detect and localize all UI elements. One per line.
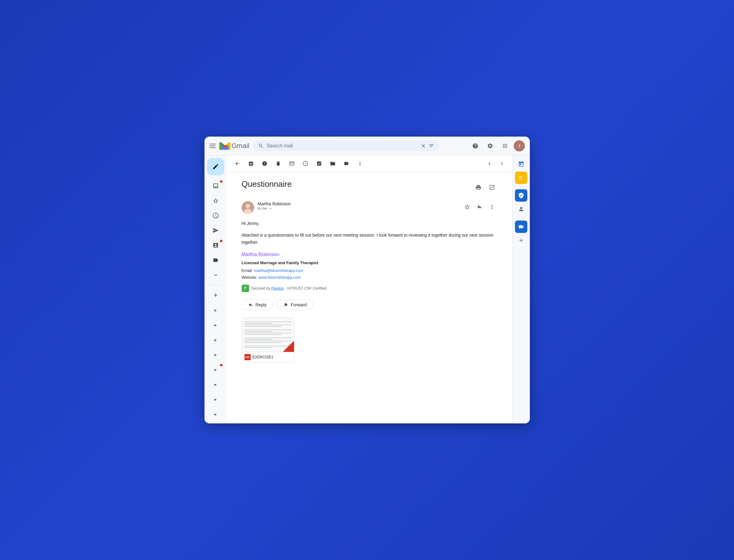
- sidebar-item-add[interactable]: [207, 288, 224, 302]
- sig-name: Martha Robinson: [242, 251, 498, 259]
- prev-email-button[interactable]: [484, 158, 495, 169]
- sidebar-item-tag2[interactable]: ▶: [207, 318, 224, 332]
- gmail-text: Gmail: [232, 142, 249, 150]
- settings-button[interactable]: [484, 140, 496, 152]
- topbar-actions: J: [469, 140, 525, 152]
- star-email-button[interactable]: [462, 201, 473, 212]
- paubox-badge: P Secured by Paubox - HITRUST CSF Certif…: [242, 285, 498, 292]
- sig-email-link[interactable]: martha@bloomtherapy.com: [254, 268, 303, 273]
- sig-title: Licensed Marriage and Family Therapist: [242, 260, 498, 266]
- move-to-button[interactable]: [327, 158, 338, 169]
- signature: Martha Robinson Licensed Marriage and Fa…: [242, 251, 498, 281]
- help-button[interactable]: [469, 140, 482, 152]
- sidebar-item-tag8[interactable]: ▶: [207, 407, 224, 421]
- right-panel: [513, 155, 530, 423]
- search-bar-icons: [421, 143, 434, 149]
- sender-name: Martha Robinson: [258, 201, 458, 206]
- sig-email: Email: martha@bloomtherapy.com: [242, 268, 498, 274]
- sender-avatar: [242, 201, 254, 214]
- email-header-actions: [462, 201, 498, 212]
- panel-contacts[interactable]: [515, 203, 527, 215]
- svg-point-1: [246, 204, 250, 208]
- sender-to[interactable]: to me: [258, 206, 458, 211]
- sidebar-item-tag4[interactable]: ▶: [207, 348, 224, 361]
- paubox-link[interactable]: Paubox: [271, 286, 284, 291]
- sidebar-item-more[interactable]: [207, 268, 224, 282]
- pdf-icon: PDF: [244, 354, 251, 360]
- sender-info: Martha Robinson to me: [258, 201, 458, 211]
- email-area: Questionnaire: [227, 155, 513, 423]
- sidebar-divider: [209, 285, 222, 285]
- mark-unread-button[interactable]: [286, 158, 297, 169]
- attachment-name: EXERCISE1: [252, 355, 273, 359]
- search-icon: [258, 143, 264, 149]
- open-in-new-button[interactable]: [487, 182, 498, 193]
- more-options-button[interactable]: [354, 158, 365, 169]
- sidebar-item-sent[interactable]: [207, 224, 224, 237]
- topbar: Gmail: [204, 137, 530, 155]
- attachment-preview: [242, 318, 294, 352]
- email-header: Martha Robinson to me: [242, 201, 498, 214]
- reply-quick-button[interactable]: [474, 201, 485, 212]
- email-body: Hi Jenny, Attached is a questionnaire to…: [242, 220, 498, 292]
- forward-button[interactable]: Forward: [277, 300, 313, 310]
- sidebar-item-tag5[interactable]: ▶: [207, 363, 224, 376]
- panel-divider1: [517, 186, 526, 187]
- reply-button[interactable]: Reply: [242, 300, 273, 310]
- reply-forward-buttons: Reply Forward: [242, 300, 498, 310]
- panel-add[interactable]: [515, 234, 527, 247]
- next-email-button[interactable]: [496, 158, 508, 169]
- clear-search-icon[interactable]: [421, 143, 426, 149]
- report-spam-button[interactable]: [259, 158, 270, 169]
- panel-calendar[interactable]: [515, 158, 527, 170]
- paubox-text: Secured by Paubox - HITRUST CSF Certifie…: [251, 286, 327, 291]
- greeting: Hi Jenny,: [242, 220, 498, 227]
- panel-tasks[interactable]: [515, 189, 527, 202]
- sidebar-item-tag6[interactable]: ▶: [207, 378, 224, 391]
- sidebar-item-tag1[interactable]: ▶: [207, 303, 224, 317]
- back-button[interactable]: [232, 158, 243, 169]
- print-button[interactable]: [473, 182, 484, 193]
- label-as-button[interactable]: [341, 158, 352, 169]
- archive-button[interactable]: [245, 158, 256, 169]
- filter-search-icon[interactable]: [429, 143, 434, 149]
- user-avatar[interactable]: J: [514, 140, 525, 151]
- panel-notes[interactable]: [515, 172, 527, 184]
- drafts-badge: [220, 240, 222, 242]
- sig-website: Website: www.bloomtherapy.com: [242, 274, 498, 281]
- sidebar-item-snoozed[interactable]: [207, 209, 224, 222]
- inbox-badge: [220, 180, 222, 183]
- email-subject: Questionnaire: [242, 179, 292, 189]
- snooze-button[interactable]: [300, 158, 311, 169]
- body-text: Attached is a questionnaire to fill out …: [242, 232, 498, 246]
- email-subject-row: Questionnaire: [242, 179, 498, 195]
- email-toolbar: [227, 155, 513, 172]
- menu-icon[interactable]: [209, 144, 216, 148]
- add-task-button[interactable]: [313, 158, 325, 169]
- compose-button[interactable]: [207, 158, 224, 175]
- sidebar-item-starred[interactable]: [207, 194, 224, 208]
- sidebar-item-drafts[interactable]: [207, 238, 224, 252]
- email-view: Questionnaire: [227, 172, 513, 423]
- sig-website-link[interactable]: www.bloomtherapy.com: [258, 275, 300, 280]
- sidebar-item-inbox[interactable]: [207, 179, 224, 193]
- sidebar-item-tag7[interactable]: ▶: [207, 392, 224, 406]
- main-layout: ▶ ▶ ▶ ▶ ▶ ▶ ▶ ▶: [204, 155, 530, 423]
- email-actions-top: [473, 182, 498, 193]
- sidebar-item-tag3[interactable]: ▶: [207, 333, 224, 347]
- svg-point-2: [244, 209, 251, 214]
- sidebar-item-labels[interactable]: [207, 253, 224, 267]
- search-bar[interactable]: [253, 141, 439, 151]
- apps-button[interactable]: [499, 140, 511, 152]
- attachment-footer: PDF EXERCISE1: [242, 352, 294, 362]
- panel-meet[interactable]: [515, 221, 527, 233]
- panel-divider2: [517, 218, 526, 218]
- search-input[interactable]: [267, 143, 417, 149]
- chevron-down-icon: [268, 206, 273, 211]
- email-more-button[interactable]: [487, 201, 498, 212]
- attachment[interactable]: PDF EXERCISE1: [242, 317, 294, 362]
- delete-button[interactable]: [273, 158, 284, 169]
- gmail-logo: Gmail: [219, 142, 249, 150]
- toolbar-nav: [484, 158, 508, 169]
- gmail-window: Gmail: [204, 137, 530, 423]
